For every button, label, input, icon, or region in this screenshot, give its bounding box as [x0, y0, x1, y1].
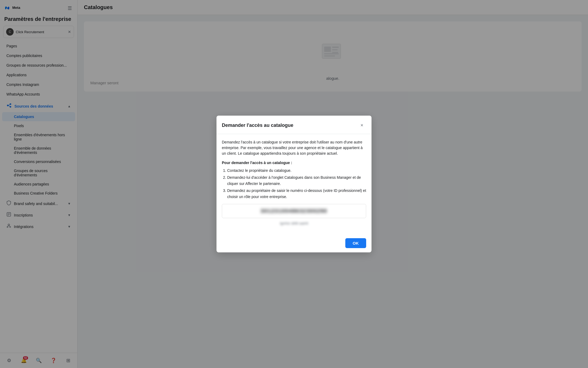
modal-step-1: Contactez le propriétaire du catalogue.: [227, 168, 366, 173]
modal-id-box: 3012310048632300290: [222, 204, 366, 218]
modal-close-button[interactable]: ×: [358, 121, 366, 130]
modal-section-title: Pour demander l'accès à un catalogue :: [222, 161, 366, 165]
modal-steps-list: Contactez le propriétaire du catalogue. …: [222, 168, 366, 200]
modal-id-value: 3012310048632300290: [226, 208, 362, 214]
modal-body: Demandez l'accès à un catalogue si votre…: [216, 134, 372, 235]
modal-step-2: Demandez-lui d'accéder à l'onglet Catalo…: [227, 174, 366, 187]
modal-step-3: Demandez au propriétaire de saisir le nu…: [227, 188, 366, 200]
modal-id-subtitle: IgnHor d#M saeHt: [222, 221, 366, 225]
modal-overlay[interactable]: Demander l'accès au catalogue × Demandez…: [0, 0, 588, 368]
modal-description: Demandez l'accès à un catalogue si votre…: [222, 139, 366, 156]
modal-footer: OK: [216, 235, 372, 252]
ok-button[interactable]: OK: [345, 238, 366, 248]
modal: Demander l'accès au catalogue × Demandez…: [216, 116, 372, 252]
modal-header: Demander l'accès au catalogue ×: [216, 116, 372, 134]
modal-title: Demander l'accès au catalogue: [222, 123, 293, 128]
